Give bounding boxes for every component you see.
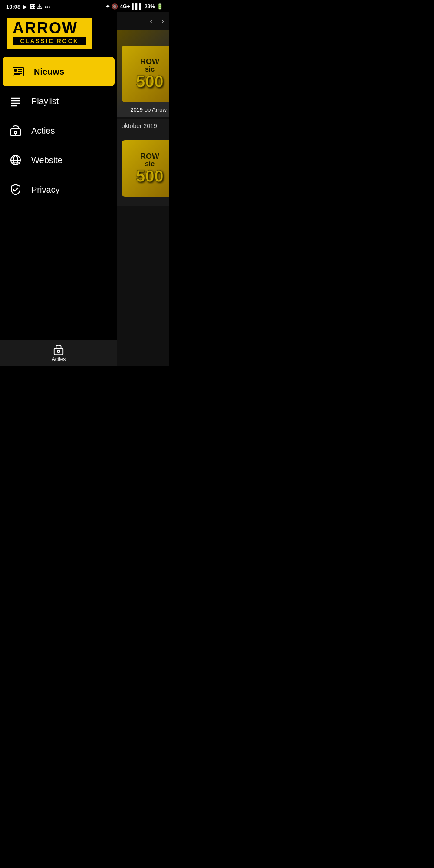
status-right: ✦ 🔇 4G+ ▌▌▌ 29% 🔋 (105, 3, 163, 10)
right-topbar: ‹ › (117, 12, 169, 30)
back-arrow-btn[interactable]: ‹ (150, 16, 153, 27)
card-logo-area-1: ROW sic 500 (117, 30, 169, 117)
content-card-1: ROW sic 500 2019 op Arrow (117, 30, 169, 117)
svg-rect-1 (14, 69, 17, 72)
playlist-icon (9, 94, 23, 108)
svg-point-11 (14, 131, 17, 134)
badge-k500-2: 500 (136, 168, 163, 184)
battery-display: 29% (145, 3, 155, 10)
acties-label: Acties (31, 126, 55, 136)
nieuws-label: Nieuws (34, 67, 64, 77)
warning-icon: ⚠ (37, 3, 42, 10)
signal-icon: ▌▌▌ (132, 3, 143, 10)
sidebar: ARROW CLASSIC ROCK Nieuws (0, 12, 117, 366)
nav-items: Nieuws Playlist (0, 57, 117, 204)
logo-box: ARROW CLASSIC ROCK (6, 16, 93, 50)
sidebar-item-acties[interactable]: Acties (0, 116, 117, 145)
sidebar-item-privacy[interactable]: Privacy (0, 175, 117, 204)
sidebar-item-playlist[interactable]: Playlist (0, 86, 117, 116)
sidebar-item-nieuws[interactable]: Nieuws (3, 57, 115, 86)
network-icon: 4G+ (120, 3, 130, 10)
card-date-text: oktober 2019 (117, 119, 169, 131)
card-text-1: 2019 op Arrow (130, 106, 167, 113)
privacy-icon (9, 183, 23, 197)
sidebar-item-website[interactable]: Website (0, 145, 117, 175)
forward-arrow-btn[interactable]: › (161, 16, 164, 27)
bluetooth-icon: ✦ (105, 3, 110, 10)
dots-icon: ••• (44, 3, 50, 10)
logo-arrow-text: ARROW (13, 20, 86, 36)
badge-rrow-1: ROW (140, 58, 159, 66)
status-bar: 10:08 ▶ 🖼 ⚠ ••• ✦ 🔇 4G+ ▌▌▌ 29% 🔋 (0, 0, 169, 12)
acties-icon (9, 124, 23, 138)
mute-icon: 🔇 (112, 3, 118, 10)
badge-k500-1: 500 (136, 73, 163, 90)
logo-area: ARROW CLASSIC ROCK (0, 12, 117, 57)
content-card-2: oktober 2019 ROW sic 500 (117, 119, 169, 206)
image-icon: 🖼 (29, 3, 35, 10)
battery-icon: 🔋 (157, 3, 163, 10)
status-left: 10:08 ▶ 🖼 ⚠ ••• (6, 3, 50, 10)
time-display: 10:08 (6, 3, 20, 10)
logo-classic-rock-text: CLASSIC ROCK (13, 37, 86, 45)
card-logo-badge-1: ROW sic 500 (122, 46, 169, 102)
card-logo-badge-2: ROW sic 500 (122, 140, 169, 197)
bottom-tab-bar[interactable]: Acties (0, 340, 117, 366)
privacy-label: Privacy (31, 185, 60, 195)
svg-point-19 (57, 350, 60, 353)
playlist-label: Playlist (31, 96, 59, 106)
nieuws-icon (11, 65, 25, 79)
badge-rrow-2: ROW (140, 152, 159, 160)
website-label: Website (31, 155, 62, 165)
play-icon: ▶ (23, 3, 27, 10)
acties-tab-label: Acties (52, 356, 66, 362)
svg-rect-18 (54, 348, 63, 355)
acties-tab-icon (53, 344, 64, 355)
website-icon (9, 153, 23, 167)
right-panel: ‹ › ROW sic 500 2019 op Arrow oktober 20… (117, 12, 169, 366)
main-layout: ARROW CLASSIC ROCK Nieuws (0, 12, 169, 366)
card-logo-area-2: ROW sic 500 (117, 131, 169, 206)
